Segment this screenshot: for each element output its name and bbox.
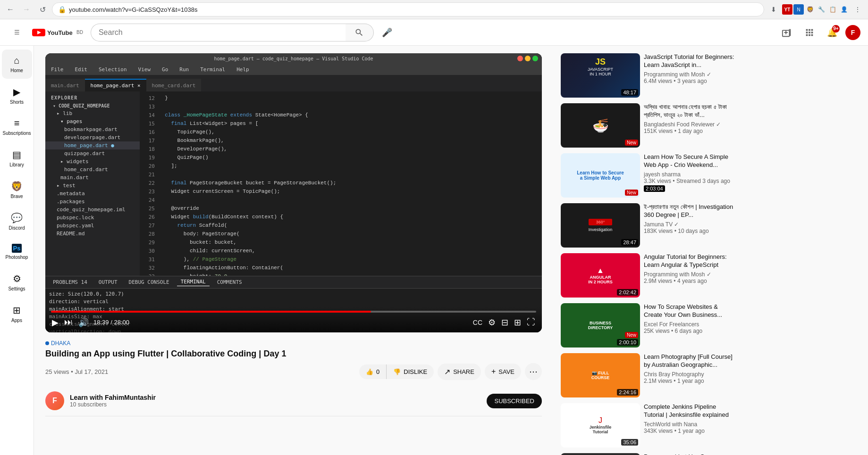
file-item-bookmark[interactable]: bookmarkpage.dart bbox=[45, 125, 140, 133]
file-item-homecard[interactable]: home_card.dart bbox=[45, 165, 140, 174]
voice-search-button[interactable]: 🎤 bbox=[378, 23, 396, 42]
apps-button[interactable] bbox=[800, 23, 819, 42]
rec-video-3[interactable]: Learn How to Securea Simple Web App New … bbox=[561, 153, 734, 198]
file-item-root[interactable]: ▾ CODE_QUIZ_HOMEPAGE bbox=[45, 102, 140, 109]
vscode-menu-run[interactable]: Run bbox=[177, 66, 191, 74]
rec-channel-4: Jamuna TV ✓ bbox=[644, 221, 734, 228]
file-item-packages[interactable]: .packages bbox=[45, 198, 140, 206]
rec-video-1[interactable]: JS JAVASCRIPTIN 1 HOUR 48:17 JavaScript … bbox=[561, 53, 734, 98]
file-item-widgets[interactable]: ▸ widgets bbox=[45, 157, 140, 165]
like-button[interactable]: 👍 0 bbox=[359, 364, 387, 379]
rec-video-6[interactable]: BUSINESSDIRECTORY 2:00:10 New How To Scr… bbox=[561, 303, 734, 347]
ext-icon-5[interactable]: 📋 bbox=[827, 4, 838, 15]
vscode-tab-main-dart[interactable]: main.dart bbox=[45, 79, 85, 91]
ext-icon-6[interactable]: 👤 bbox=[839, 4, 849, 15]
file-item-quiz[interactable]: quizpage.dart bbox=[45, 149, 140, 157]
rec-video-4[interactable]: 360° Investigation 28:47 ই-প্রতারণার নতু… bbox=[561, 203, 734, 248]
file-item-codequiz[interactable]: code_quiz_homepage.iml bbox=[45, 206, 140, 214]
vscode-menu-go[interactable]: Go bbox=[160, 66, 170, 74]
sidebar-item-photoshop[interactable]: Ps Photoshop bbox=[2, 238, 32, 265]
file-item-pages[interactable]: ▾ pages bbox=[45, 117, 140, 125]
rec-video-7[interactable]: 📷 FULLCOURSE 2:24:16 Learn Photography [… bbox=[561, 353, 734, 397]
sidebar-item-shorts[interactable]: ▶ Shorts bbox=[2, 81, 32, 110]
ext-icon-1[interactable]: YT bbox=[782, 4, 792, 15]
download-button[interactable]: ⬇ bbox=[767, 3, 780, 16]
file-item-pubspecyaml[interactable]: pubspec.yaml bbox=[45, 222, 140, 230]
youtube-logo[interactable]: YouTube BD bbox=[32, 28, 83, 37]
video-player[interactable]: home_page.dart — code_quiz_homepage — Vi… bbox=[45, 53, 542, 332]
volume-button[interactable]: 🔊 bbox=[77, 316, 90, 329]
address-bar[interactable]: 🔒 youtube.com/watch?v=G-iCaSSQzoY&t=1038… bbox=[52, 2, 764, 17]
recommendations-panel: JS JAVASCRIPTIN 1 HOUR 48:17 JavaScript … bbox=[553, 46, 742, 455]
sidebar-item-home[interactable]: ⌂ Home bbox=[2, 50, 32, 79]
play-pause-button[interactable]: ▶ bbox=[51, 316, 59, 329]
search-button[interactable] bbox=[346, 24, 374, 41]
vscode-minimize-btn[interactable] bbox=[525, 56, 531, 61]
sidebar-item-brave[interactable]: 🦁 Brave bbox=[2, 175, 32, 205]
vscode-tab-home-page[interactable]: home_page.dart × bbox=[85, 79, 146, 91]
vscode-menu-view[interactable]: View bbox=[136, 66, 153, 74]
code-line-23: 23 Widget currentScreen = TopicPage(); bbox=[140, 189, 542, 197]
vscode-menu-terminal[interactable]: Terminal bbox=[198, 66, 227, 74]
settings-button[interactable]: ⚙ bbox=[487, 316, 497, 329]
ext-icon-3[interactable]: 🦁 bbox=[805, 4, 815, 15]
vscode-editor[interactable]: 12 } 13 14 class _HomePageState extends … bbox=[140, 91, 542, 276]
sidebar-item-discord[interactable]: 💬 Discord bbox=[2, 207, 32, 236]
back-button[interactable]: ← bbox=[4, 3, 17, 16]
skip-button[interactable]: ⏭ bbox=[63, 316, 74, 328]
file-item-lib[interactable]: ▸ lib bbox=[45, 109, 140, 117]
vscode-close-btn[interactable] bbox=[517, 56, 523, 61]
photo-text: 📷 FULLCOURSE bbox=[591, 371, 610, 380]
create-button[interactable] bbox=[777, 23, 796, 42]
rec-video-9[interactable]: 🎵 Passenger | Let Her Go (Official... Pa… bbox=[561, 453, 734, 455]
terminal-tab-output[interactable]: OUTPUT bbox=[95, 278, 121, 286]
vscode-menu-file[interactable]: File bbox=[49, 66, 66, 74]
file-item-pubspec[interactable]: pubspec.lock bbox=[45, 214, 140, 222]
save-label: SAVE bbox=[498, 368, 514, 375]
terminal-tab-problems[interactable]: PROBLEMS 14 bbox=[49, 278, 91, 286]
subscribe-button[interactable]: SUBSCRIBED bbox=[487, 394, 542, 408]
channel-avatar[interactable]: F bbox=[45, 391, 64, 410]
sidebar-item-subscriptions[interactable]: ≡ Subscriptions bbox=[2, 112, 32, 141]
search-input[interactable] bbox=[91, 24, 346, 41]
sidebar-item-settings[interactable]: ⚙ Settings bbox=[2, 267, 32, 297]
menu-button[interactable]: ☰ bbox=[8, 23, 26, 42]
vscode-menu-edit[interactable]: Edit bbox=[73, 66, 90, 74]
ext-icon-4[interactable]: 🔧 bbox=[816, 4, 826, 15]
file-item-test[interactable]: ▸ test bbox=[45, 182, 140, 190]
miniplayer-button[interactable]: ⊟ bbox=[500, 316, 509, 329]
subtitles-button[interactable]: CC bbox=[472, 318, 483, 327]
file-item-main[interactable]: main.dart bbox=[45, 174, 140, 182]
reload-button[interactable]: ↺ bbox=[36, 3, 49, 16]
user-avatar[interactable]: F bbox=[845, 25, 860, 40]
more-options-button[interactable]: ⋯ bbox=[525, 363, 542, 380]
theater-button[interactable]: ⊞ bbox=[513, 316, 522, 329]
vscode-tab-home-card[interactable]: home_card.dart bbox=[146, 79, 202, 91]
notifications-button[interactable]: 🔔 9+ bbox=[823, 23, 842, 42]
sidebar-item-library[interactable]: ▤ Library bbox=[2, 143, 32, 173]
terminal-tab-debug[interactable]: DEBUG CONSOLE bbox=[125, 278, 173, 286]
file-item-metadata[interactable]: .metadata bbox=[45, 190, 140, 198]
terminal-tab-comments[interactable]: COMMENTS bbox=[213, 278, 246, 286]
fullscreen-button[interactable]: ⛶ bbox=[526, 316, 536, 328]
sidebar-item-apps[interactable]: ⊞ Apps bbox=[2, 299, 32, 329]
forward-button[interactable]: → bbox=[20, 3, 33, 16]
vscode-maximize-btn[interactable] bbox=[532, 56, 538, 61]
rec-video-8[interactable]: J JenkinsfileTutorial 35:06 Complete Jen… bbox=[561, 403, 734, 447]
file-item-developer[interactable]: developerpage.dart bbox=[45, 133, 140, 141]
rec-title-4: ই-প্রতারণার নতুন কৌশল | Investigation 36… bbox=[644, 203, 734, 219]
channel-name[interactable]: Learn with FahimMuntashir bbox=[70, 394, 156, 401]
progress-bar[interactable] bbox=[51, 311, 536, 313]
save-button[interactable]: + SAVE bbox=[485, 364, 521, 380]
terminal-tab-terminal[interactable]: TERMINAL bbox=[177, 278, 210, 286]
rec-video-5[interactable]: ▲ ANGULARIN 2 HOURS 2:02:42 Angular Tuto… bbox=[561, 253, 734, 298]
vscode-menu-help[interactable]: Help bbox=[235, 66, 251, 74]
file-item-homepage[interactable]: home_page.dart ● bbox=[45, 141, 140, 149]
share-button[interactable]: ↗ SHARE bbox=[438, 364, 481, 380]
rec-video-2[interactable]: 🍜 New অস্থির খাবার: আপনার হেপার হুচকা ৫ … bbox=[561, 103, 734, 148]
file-item-readme[interactable]: README.md bbox=[45, 230, 140, 238]
ext-icon-2[interactable]: N bbox=[793, 4, 804, 15]
vscode-menu-selection[interactable]: Selection bbox=[97, 66, 129, 74]
dislike-button[interactable]: 👎 DISLIKE bbox=[387, 364, 434, 379]
extensions-button[interactable]: ⋮ bbox=[851, 3, 864, 16]
